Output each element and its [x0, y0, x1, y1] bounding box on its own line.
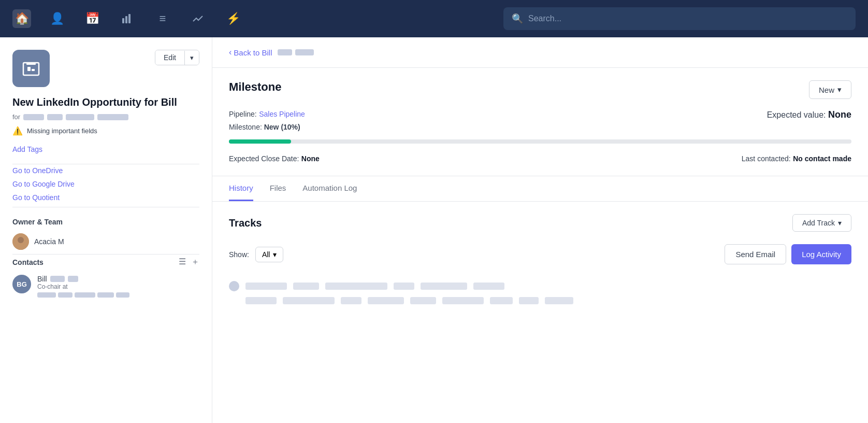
- expected-value-amount: None: [828, 109, 851, 120]
- go-to-onedrive-link[interactable]: Go to OneDrive: [12, 166, 199, 175]
- show-select-value: All: [262, 250, 270, 259]
- home-icon[interactable]: 🏠: [12, 9, 31, 28]
- divider-2: [12, 207, 199, 207]
- new-button[interactable]: New ▾: [809, 80, 851, 99]
- owner-team-section-title: Owner & Team: [12, 218, 199, 226]
- expected-value: Expected value: None: [767, 109, 851, 120]
- divider-1: [12, 164, 199, 164]
- tab-history[interactable]: History: [229, 176, 253, 201]
- activity-block-3: [325, 283, 387, 290]
- tracks-section: Tracks Add Track ▾ Show: All ▾ Send Emai…: [212, 202, 868, 318]
- search-bar[interactable]: 🔍: [503, 7, 856, 30]
- expected-value-label: Expected value:: [767, 110, 826, 119]
- activity-block-1: [245, 283, 287, 290]
- activity-block-6: [473, 283, 504, 290]
- svg-rect-4: [27, 67, 31, 71]
- svg-rect-0: [122, 18, 124, 23]
- team-member: Acacia M: [12, 233, 199, 250]
- breadcrumb-r2: [295, 49, 314, 55]
- edit-dropdown-button[interactable]: ▾: [184, 51, 199, 65]
- tag-4: [97, 292, 114, 298]
- tab-automation-log[interactable]: Automation Log: [302, 176, 357, 201]
- svg-rect-1: [125, 16, 127, 23]
- milestone-section: Milestone New ▾ Pipeline: Sales Pipeline…: [212, 68, 868, 176]
- chevron-left-icon: ‹: [229, 48, 232, 57]
- contacts-header: Contacts ☰ ＋: [12, 257, 199, 267]
- breadcrumb-redacted: [278, 49, 314, 55]
- contact-name: Bill: [37, 275, 199, 283]
- bolt-icon[interactable]: ⚡: [224, 9, 242, 28]
- company-avatar: [12, 50, 50, 87]
- show-select-dropdown[interactable]: All ▾: [255, 247, 284, 262]
- list-icon[interactable]: ☰: [179, 257, 186, 267]
- missing-fields-notice: ⚠️ Missing important fields: [12, 126, 199, 136]
- add-track-chevron-icon: ▾: [838, 219, 842, 227]
- redacted-2: [47, 114, 63, 120]
- contacts-section-title: Contacts: [12, 258, 44, 266]
- close-date-value: None: [301, 154, 320, 163]
- menu-icon[interactable]: ≡: [153, 9, 172, 28]
- bar-chart-icon[interactable]: [118, 9, 137, 28]
- activity-block-10: [368, 297, 404, 304]
- search-input[interactable]: [528, 14, 847, 23]
- log-activity-button[interactable]: Log Activity: [791, 244, 851, 264]
- sidebar: Edit ▾ New LinkedIn Opportunity for Bill…: [0, 37, 212, 423]
- milestone-prefix: Milestone:: [229, 123, 262, 131]
- show-row: Show: All ▾ Send Email Log Activity: [229, 244, 851, 264]
- go-to-quotient-link[interactable]: Go to Quotient: [12, 193, 199, 202]
- tab-files[interactable]: Files: [270, 176, 286, 201]
- milestone-label: Milestone: New (10%): [229, 123, 305, 131]
- right-panel: ‹ Back to Bill Milestone New ▾ Pipeli: [212, 37, 868, 423]
- send-email-button[interactable]: Send Email: [725, 244, 786, 264]
- activity-block-15: [545, 297, 573, 304]
- contact-initials: BG: [12, 275, 31, 293]
- tabs-bar: History Files Automation Log: [212, 176, 868, 202]
- for-prefix: for: [12, 113, 20, 121]
- add-track-button[interactable]: Add Track ▾: [792, 214, 851, 232]
- last-contacted-value: No contact made: [793, 154, 851, 163]
- contact-name-redacted-1: [50, 276, 65, 282]
- divider-3: [12, 254, 199, 255]
- missing-fields-text: Missing important fields: [27, 127, 97, 135]
- tracks-header: Tracks Add Track ▾: [229, 214, 851, 232]
- new-btn-chevron-icon: ▾: [837, 85, 842, 94]
- show-select-chevron-icon: ▾: [273, 250, 277, 259]
- activity-block-14: [519, 297, 539, 304]
- tag-5: [116, 292, 129, 298]
- edit-button-group[interactable]: Edit ▾: [155, 50, 199, 65]
- go-to-google-drive-link[interactable]: Go to Google Drive: [12, 180, 199, 188]
- progress-bar-container: [229, 139, 851, 144]
- sidebar-header: Edit ▾: [12, 50, 199, 87]
- show-filter-area: Show: All ▾: [229, 247, 283, 262]
- activity-block-7: [245, 297, 277, 304]
- pipeline-info: Pipeline: Sales Pipeline: [229, 109, 305, 119]
- activity-block-11: [410, 297, 436, 304]
- milestone-top: Milestone New ▾: [229, 80, 851, 99]
- activity-block-9: [341, 297, 361, 304]
- person-icon[interactable]: 👤: [48, 9, 66, 28]
- svg-rect-6: [26, 63, 36, 65]
- pipeline-label: Pipeline:: [229, 110, 257, 118]
- expected-close-date: Expected Close Date: None: [229, 154, 320, 163]
- calendar-icon[interactable]: 📅: [83, 9, 102, 28]
- edit-button[interactable]: Edit: [155, 50, 184, 65]
- redacted-3: [66, 114, 94, 120]
- for-line: for: [12, 113, 199, 121]
- contact-tags: [37, 292, 199, 298]
- last-contacted: Last contacted: No contact made: [742, 154, 851, 163]
- pipeline-value[interactable]: Sales Pipeline: [259, 110, 305, 118]
- back-to-bill-link[interactable]: ‹ Back to Bill: [229, 48, 272, 57]
- warning-icon: ⚠️: [12, 126, 23, 136]
- trending-up-icon[interactable]: [189, 9, 207, 28]
- activity-block-5: [421, 283, 467, 290]
- back-label: Back to Bill: [234, 48, 272, 57]
- top-navigation: 🏠 👤 📅 ≡ ⚡ 🔍: [0, 0, 868, 37]
- activity-block-13: [490, 297, 513, 304]
- add-tags-button[interactable]: Add Tags: [12, 145, 199, 153]
- add-track-label: Add Track: [802, 219, 835, 227]
- redacted-4: [97, 114, 128, 120]
- svg-point-8: [18, 237, 24, 243]
- add-contact-icon[interactable]: ＋: [191, 257, 199, 267]
- activity-block-12: [442, 297, 484, 304]
- breadcrumb-r1: [278, 49, 292, 55]
